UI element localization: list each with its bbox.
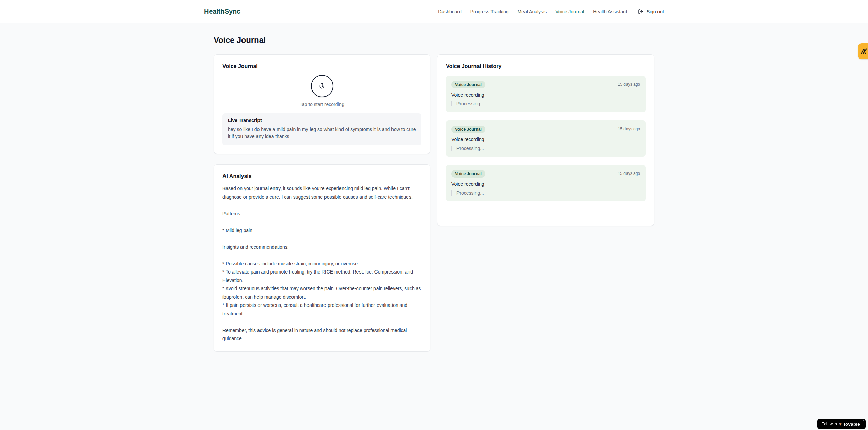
- history-entry[interactable]: Voice Journal 15 days ago Voice recordin…: [446, 76, 646, 112]
- primary-nav: Dashboard Progress Tracking Meal Analysi…: [438, 9, 664, 14]
- entry-title: Voice recording: [451, 92, 640, 98]
- ai-analysis-card: AI Analysis Based on your journal entry,…: [214, 164, 430, 352]
- recorder-controls: Tap to start recording: [222, 69, 421, 107]
- voice-journal-history-card: Voice Journal History Voice Journal 15 d…: [437, 54, 654, 226]
- nav-item-dashboard[interactable]: Dashboard: [438, 9, 462, 14]
- page-content: Voice Journal Voice Journal: [214, 23, 654, 352]
- history-card-title: Voice Journal History: [446, 63, 646, 69]
- log-out-icon: [638, 9, 644, 14]
- lovable-badge[interactable]: Edit with ♥ lovable ×: [817, 419, 866, 429]
- entry-status: Processing...: [451, 190, 640, 196]
- sign-out-button[interactable]: Sign out: [638, 9, 664, 14]
- entry-type-badge: Voice Journal: [451, 126, 485, 133]
- history-entry-list: Voice Journal 15 days ago Voice recordin…: [446, 76, 646, 201]
- entry-header-row: Voice Journal 15 days ago: [451, 170, 640, 178]
- left-column: Voice Journal Tap to start recording: [214, 54, 430, 352]
- ai-analysis-title: AI Analysis: [222, 173, 421, 179]
- record-button[interactable]: [311, 75, 333, 97]
- live-transcript-panel: Live Transcript hey so like I do have a …: [222, 113, 421, 145]
- top-nav-bar: HealthSync Dashboard Progress Tracking M…: [0, 0, 868, 23]
- entry-status: Processing...: [451, 101, 640, 106]
- history-entry[interactable]: Voice Journal 15 days ago Voice recordin…: [446, 120, 646, 157]
- nav-item-voice-journal[interactable]: Voice Journal: [555, 9, 584, 14]
- voice-recorder-card: Voice Journal Tap to start recording: [214, 54, 430, 154]
- entry-header-row: Voice Journal 15 days ago: [451, 81, 640, 88]
- recorder-card-title: Voice Journal: [222, 63, 421, 69]
- lovable-brand-label: lovable: [844, 421, 860, 427]
- nav-item-meal-analysis[interactable]: Meal Analysis: [518, 9, 547, 14]
- entry-title: Voice recording: [451, 137, 640, 142]
- ai-analysis-body: Based on your journal entry, it sounds l…: [222, 184, 421, 343]
- a-logo-icon: [860, 47, 868, 55]
- nav-item-health-assistant[interactable]: Health Assistant: [593, 9, 627, 14]
- close-icon[interactable]: ×: [863, 419, 864, 422]
- record-hint-text: Tap to start recording: [300, 102, 345, 107]
- content-grid: Voice Journal Tap to start recording: [214, 54, 654, 352]
- history-entry[interactable]: Voice Journal 15 days ago Voice recordin…: [446, 165, 646, 201]
- page-title: Voice Journal: [214, 35, 654, 45]
- live-transcript-text: hey so like I do have a mild pain in my …: [228, 126, 416, 140]
- entry-type-badge: Voice Journal: [451, 170, 485, 178]
- live-transcript-label: Live Transcript: [228, 118, 416, 123]
- entry-header-row: Voice Journal 15 days ago: [451, 126, 640, 133]
- entry-timestamp: 15 days ago: [618, 81, 640, 87]
- entry-timestamp: 15 days ago: [618, 170, 640, 176]
- entry-type-badge: Voice Journal: [451, 81, 485, 88]
- lovable-prefix-label: Edit with: [821, 421, 837, 426]
- entry-timestamp: 15 days ago: [618, 126, 640, 131]
- amber-side-tab[interactable]: [858, 43, 868, 59]
- sign-out-label: Sign out: [647, 9, 664, 14]
- app-logo[interactable]: HealthSync: [204, 7, 240, 15]
- microphone-icon: [318, 83, 326, 90]
- entry-title: Voice recording: [451, 181, 640, 187]
- entry-status: Processing...: [451, 146, 640, 151]
- heart-icon: ♥: [839, 421, 842, 426]
- header-container: HealthSync Dashboard Progress Tracking M…: [204, 0, 664, 23]
- nav-item-progress-tracking[interactable]: Progress Tracking: [470, 9, 509, 14]
